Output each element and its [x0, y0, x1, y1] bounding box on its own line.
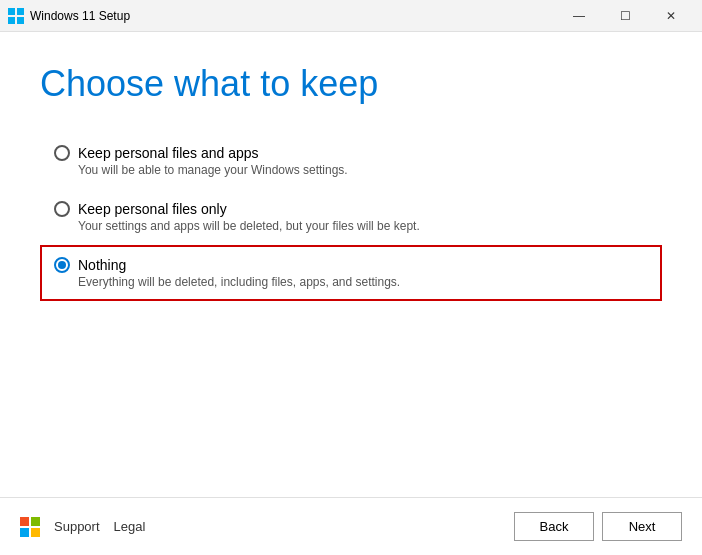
radio-keep-files-only[interactable] [54, 201, 70, 217]
close-button[interactable]: ✕ [648, 0, 694, 32]
window-title: Windows 11 Setup [30, 9, 556, 23]
page-title: Choose what to keep [40, 62, 662, 105]
option-keep-files-apps-desc: You will be able to manage your Windows … [78, 163, 648, 177]
microsoft-logo [20, 517, 40, 537]
radio-nothing[interactable] [54, 257, 70, 273]
footer-buttons: Back Next [514, 512, 682, 541]
logo-green [31, 517, 40, 526]
window-controls: — ☐ ✕ [556, 0, 694, 32]
svg-rect-3 [17, 17, 24, 24]
svg-rect-2 [8, 17, 15, 24]
footer-brand: Support Legal [20, 517, 514, 537]
option-nothing-desc: Everything will be deleted, including fi… [78, 275, 648, 289]
minimize-button[interactable]: — [556, 0, 602, 32]
option-keep-files-apps-label: Keep personal files and apps [78, 145, 259, 161]
option-keep-files-apps[interactable]: Keep personal files and apps You will be… [40, 133, 662, 189]
support-link[interactable]: Support [54, 519, 100, 534]
svg-rect-1 [17, 8, 24, 15]
back-button[interactable]: Back [514, 512, 594, 541]
logo-yellow [31, 528, 40, 537]
maximize-button[interactable]: ☐ [602, 0, 648, 32]
option-keep-files-only-desc: Your settings and apps will be deleted, … [78, 219, 648, 233]
option-nothing-label: Nothing [78, 257, 126, 273]
option-label-row-3: Nothing [54, 257, 648, 273]
legal-link[interactable]: Legal [114, 519, 146, 534]
footer: Support Legal Back Next [0, 497, 702, 555]
next-button[interactable]: Next [602, 512, 682, 541]
main-content: Choose what to keep Keep personal files … [0, 32, 702, 497]
app-icon [8, 8, 24, 24]
options-list: Keep personal files and apps You will be… [40, 133, 662, 301]
option-label-row: Keep personal files and apps [54, 145, 648, 161]
option-nothing[interactable]: Nothing Everything will be deleted, incl… [40, 245, 662, 301]
logo-red [20, 517, 29, 526]
option-label-row-2: Keep personal files only [54, 201, 648, 217]
svg-rect-0 [8, 8, 15, 15]
logo-blue [20, 528, 29, 537]
title-bar: Windows 11 Setup — ☐ ✕ [0, 0, 702, 32]
option-keep-files-only-label: Keep personal files only [78, 201, 227, 217]
radio-keep-files-apps[interactable] [54, 145, 70, 161]
option-keep-files-only[interactable]: Keep personal files only Your settings a… [40, 189, 662, 245]
